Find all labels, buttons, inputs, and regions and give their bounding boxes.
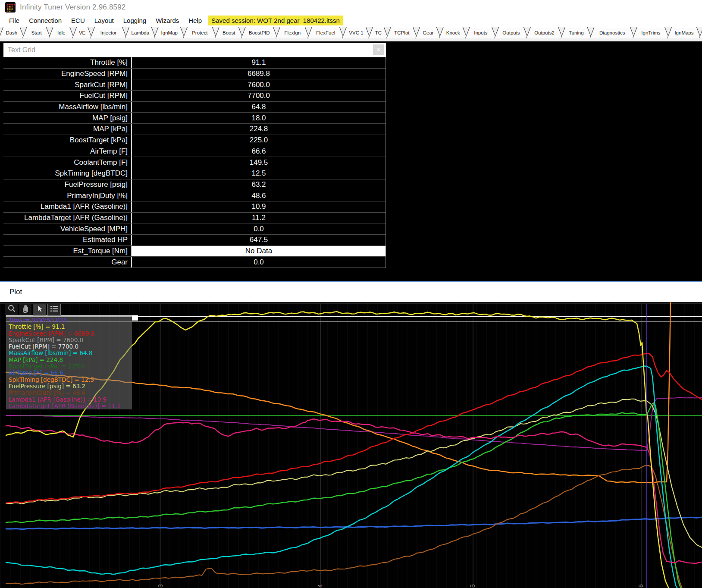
table-row-lambda1-afr-gasoline[interactable]: Lambda1 [AFR (Gasoline)]10.9: [3, 201, 385, 213]
tab-injector[interactable]: Injector: [90, 27, 127, 38]
menu-item-logging[interactable]: Logging: [119, 16, 151, 25]
tab-outputs[interactable]: Outputs: [494, 27, 528, 38]
table-row-est-torque-nm[interactable]: Est_Torque [Nm]No Data: [3, 246, 385, 257]
text-grid-titlebar[interactable]: Text Grid ✕: [3, 43, 386, 57]
table-row-throttle[interactable]: Throttle [%]91.1: [3, 57, 385, 69]
close-icon[interactable]: ✕: [373, 44, 384, 55]
tab-label: Outputs: [495, 30, 527, 35]
tab-diagnostics[interactable]: Diagnostics: [589, 27, 634, 38]
row-value: 6689.8: [132, 69, 385, 79]
plot-legend[interactable]: Time = 0:00:50.038Throttle [%] = 91.1Eng…: [6, 315, 132, 409]
tab-label: Inputs: [467, 30, 495, 35]
tab-label: Tuning: [561, 30, 591, 35]
table-row-fuelpressure-psig[interactable]: FuelPressure [psig]63.2: [3, 179, 385, 191]
tab-face: IgnMaps: [668, 27, 701, 38]
table-row-gear[interactable]: Gear0.0: [3, 257, 385, 268]
menu-item-wizards[interactable]: Wizards: [151, 16, 184, 25]
table-row-coolanttemp-f[interactable]: CoolantTemp [F]149.5: [3, 157, 385, 168]
table-row-massairflow-lbs-min[interactable]: MassAirflow [lbs/min]64.8: [3, 102, 385, 113]
tab-lambdamaps[interactable]: LambdaMaps: [699, 27, 702, 38]
row-label: Est_Torque [Nm]: [3, 246, 132, 257]
tab-label: Idle: [50, 30, 73, 35]
workspace: Text Grid ✕ Throttle [%]91.1EngineSpeed …: [0, 41, 702, 588]
tab-lambda[interactable]: Lambda: [125, 27, 156, 38]
zoom-tool-button[interactable]: [5, 304, 18, 315]
plot-panel: Plot 3456 Time = 0:00:50.038Throttle [%]…: [0, 281, 702, 588]
tab-label: FlexIgn: [277, 30, 308, 35]
tab-face: Boost: [215, 27, 243, 38]
table-row-boosttarget-kpa[interactable]: BoostTarget [kPa]225.0: [3, 135, 385, 146]
tab-gear[interactable]: Gear: [415, 27, 441, 38]
table-row-vehiclespeed-mph[interactable]: VehicleSpeed [MPH]0.0: [3, 223, 385, 235]
tab-outputs2[interactable]: Outputs2: [526, 27, 563, 38]
tab-flexign[interactable]: FlexIgn: [276, 27, 310, 38]
tab-tc[interactable]: TC: [368, 27, 389, 38]
row-label: AirTemp [F]: [3, 146, 132, 157]
plot-titlebar[interactable]: Plot: [0, 282, 702, 302]
row-value: 7700.0: [132, 91, 385, 101]
legend-toggle-button[interactable]: [47, 304, 61, 316]
tab-ignmaps[interactable]: IgnMaps: [667, 27, 701, 38]
legend-line-enginespeed: EngineSpeed [RPM] = 6689.8: [9, 330, 132, 337]
tab-face: VE: [72, 27, 92, 38]
tab-face: Diagnostics: [590, 27, 634, 38]
tab-boostpid[interactable]: BoostPID: [241, 27, 278, 38]
tab-label: Gear: [415, 30, 441, 35]
legend-line-fuelpressure: FuelPressure [psig] = 63.2: [9, 383, 132, 390]
row-value: 10.9: [132, 201, 385, 212]
text-grid-rows: Throttle [%]91.1EngineSpeed [RPM]6689.8S…: [3, 57, 386, 268]
plot-title: Plot: [9, 288, 22, 296]
legend-resize-handle[interactable]: [132, 315, 138, 321]
text-grid-panel: Text Grid ✕ Throttle [%]91.1EngineSpeed …: [3, 43, 386, 268]
tab-start[interactable]: Start: [22, 27, 51, 38]
table-row-map-kpa[interactable]: MAP [kPa]224.8: [3, 124, 385, 135]
table-row-map-psig[interactable]: MAP [psig]18.0: [3, 113, 385, 124]
tab-ve[interactable]: VE: [72, 27, 92, 38]
menu-item-connection[interactable]: Connection: [24, 16, 66, 25]
table-row-sparkcut-rpm[interactable]: SparkCut [RPM]7600.0: [3, 79, 385, 91]
table-row-airtemp-f[interactable]: AirTemp [F]66.6: [3, 146, 385, 157]
tab-ignmap[interactable]: IgnMap: [154, 27, 185, 38]
tab-idle[interactable]: Idle: [49, 27, 75, 38]
tab-igntrims[interactable]: IgnTrims: [633, 27, 669, 38]
menu-item-help[interactable]: Help: [184, 16, 207, 25]
table-row-enginespeed-rpm[interactable]: EngineSpeed [RPM]6689.8: [3, 69, 385, 80]
legend-line-map: MAP [kPa] = 224.8: [9, 357, 132, 363]
cursor-arrow-icon: [35, 305, 44, 315]
table-row-spktiming-degbtdc[interactable]: SpkTiming [degBTDC]12.5: [3, 168, 385, 179]
tab-knock[interactable]: Knock: [439, 27, 467, 38]
table-row-fuelcut-rpm[interactable]: FuelCut [RPM]7700.0: [3, 91, 385, 102]
row-value: 11.2: [132, 213, 385, 223]
tab-tcplot[interactable]: TCPlot: [386, 27, 417, 38]
tab-label: TCPlot: [387, 30, 417, 35]
trace-fuelpressure: [6, 399, 702, 547]
tab-dash[interactable]: Dash: [0, 27, 25, 38]
pan-tool-button[interactable]: [19, 304, 31, 315]
legend-line-fuelcut: FuelCut [RPM] = 7700.0: [9, 343, 132, 350]
plot-area[interactable]: 3456 Time = 0:00:50.038Throttle [%] = 91…: [0, 302, 702, 588]
row-label: MassAirflow [lbs/min]: [3, 102, 132, 113]
menu-item-layout[interactable]: Layout: [90, 16, 119, 25]
tab-flexfuel[interactable]: FlexFuel: [307, 27, 344, 38]
table-row-estimated-hp[interactable]: Estimated HP647.5: [3, 235, 385, 246]
x-tick-label: 6: [637, 584, 644, 588]
tab-label: BoostPID: [241, 30, 277, 35]
select-tool-button[interactable]: [33, 304, 46, 316]
legend-line-massairflow: MassAirflow [lbs/min] = 64.8: [9, 350, 132, 356]
tab-vvc-1[interactable]: VVC 1: [342, 27, 370, 38]
tab-protect[interactable]: Protect: [183, 27, 217, 38]
row-label: Gear: [3, 257, 132, 267]
menu-item-file[interactable]: File: [4, 16, 24, 25]
tab-boost[interactable]: Boost: [215, 27, 243, 38]
row-label: SparkCut [RPM]: [3, 79, 132, 90]
tab-tuning[interactable]: Tuning: [561, 27, 592, 38]
tab-inputs[interactable]: Inputs: [465, 27, 496, 38]
menu-item-ecu[interactable]: ECU: [66, 16, 90, 25]
table-row-primaryinjduty[interactable]: PrimaryInjDuty [%]48.6: [3, 190, 385, 201]
legend-line-airtemp: AirTemp [F] = 66.6: [9, 370, 132, 376]
table-row-lambdatarget-afr-gasoline[interactable]: LambdaTarget [AFR (Gasoline)]11.2: [3, 213, 385, 224]
tab-face: Injector: [91, 27, 126, 38]
tab-label: Start: [24, 30, 49, 35]
tab-face: Outputs: [495, 27, 528, 38]
tab-face: Protect: [183, 27, 216, 38]
